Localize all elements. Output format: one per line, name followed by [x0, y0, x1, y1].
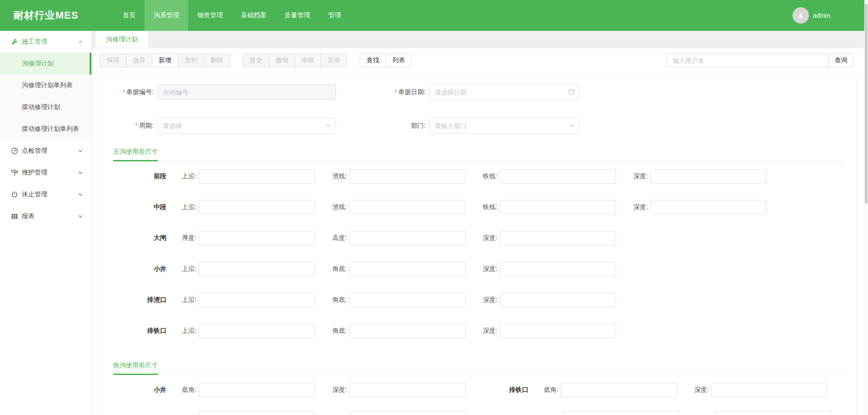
dimension-input[interactable]	[500, 231, 616, 245]
field-label: 底角:	[166, 386, 196, 394]
dimension-input[interactable]	[561, 383, 677, 397]
dimension-row-gate: 大闸 厚度: 高度: 深度:	[101, 223, 856, 254]
search-input[interactable]	[667, 54, 828, 67]
row-label: 中段	[101, 203, 166, 211]
field-label: 深度:	[679, 386, 709, 394]
dimension-row-iron-small-well: 小井 底角: 深度: 排铁口 底角: 深度:	[101, 375, 856, 405]
sidebar-group-suspend[interactable]: 休止管理	[0, 184, 91, 205]
delete-button[interactable]: 删除	[204, 54, 230, 67]
dimension-input[interactable]	[349, 169, 466, 184]
doc-number-input[interactable]	[157, 84, 336, 100]
period-select-wrap	[157, 118, 336, 134]
department-label: 部门:	[336, 122, 426, 130]
department-select[interactable]	[429, 118, 579, 134]
row-label: 前段	[101, 172, 166, 180]
power-icon	[11, 191, 18, 198]
discard-button[interactable]: 放弃	[126, 54, 152, 67]
dimension-row-iron-outlet: 排铁口 上沿: 角底: 深度:	[101, 315, 856, 346]
dimension-input[interactable]	[349, 383, 466, 397]
submit-button[interactable]: 提交	[243, 54, 269, 67]
dimension-input[interactable]	[563, 411, 680, 415]
sidebar-group-label: 施工管理	[22, 38, 47, 46]
field-label: 上沿:	[166, 203, 196, 211]
sidebar-group-construction[interactable]: 施工管理	[0, 31, 91, 53]
dimension-input[interactable]	[349, 200, 466, 215]
doc-date-input[interactable]	[429, 84, 579, 100]
add-button[interactable]: 新增	[152, 54, 178, 67]
chevron-down-icon	[325, 122, 332, 129]
nav-item-archives[interactable]: 基础档案	[232, 0, 276, 31]
query-button[interactable]: 查询	[829, 54, 853, 67]
dimension-input[interactable]	[500, 293, 616, 307]
dimension-input[interactable]	[199, 200, 315, 215]
dimension-input[interactable]	[199, 262, 315, 276]
dimension-input[interactable]	[716, 411, 832, 415]
dimension-input[interactable]	[199, 411, 315, 415]
nav-item-home[interactable]: 首页	[114, 0, 145, 31]
field-label: 角底:	[317, 265, 347, 273]
field-label: 铁线:	[467, 172, 497, 180]
field-label: 深度:	[618, 203, 648, 211]
find-button[interactable]: 查找	[360, 54, 386, 67]
dimension-input[interactable]	[650, 169, 767, 184]
sidebar-item-gouxiu-plan-list[interactable]: 沟修理计划单列表	[0, 75, 91, 96]
scrollbar-thumb[interactable]	[865, 4, 868, 204]
sidebar-group-label: 维护管理	[22, 169, 47, 177]
row-label: 排铁口	[101, 327, 166, 335]
nav-item-admin[interactable]: 管理	[319, 0, 350, 31]
nav-item-quality[interactable]: 质量管理	[276, 0, 319, 31]
period-select[interactable]	[157, 118, 336, 134]
app-logo: 耐材行业MES	[0, 0, 92, 31]
dimension-input[interactable]	[500, 262, 616, 276]
field-label: 渣线:	[317, 203, 347, 211]
user-menu[interactable]: admin	[793, 0, 830, 31]
sidebar-item-swing-plan[interactable]: 摆动修理计划	[0, 96, 91, 118]
nav-item-gouxi[interactable]: 沟系管理	[145, 0, 188, 31]
dimension-input[interactable]	[650, 200, 767, 215]
row-label: 排渣口	[101, 296, 166, 304]
sidebar-group-inspection[interactable]: 点检管理	[0, 140, 91, 162]
chevron-down-icon	[78, 192, 83, 197]
dimension-input[interactable]	[199, 231, 315, 245]
form-row: *单据编号: *单据日期:	[101, 84, 856, 100]
chevron-down-icon	[78, 170, 83, 175]
tab-gouxiu-plan[interactable]: 沟修理计划	[95, 31, 148, 48]
sidebar-group-label: 点检管理	[22, 147, 47, 155]
sidebar-group-maintenance[interactable]: 维护管理	[0, 162, 91, 184]
sidebar-item-swing-plan-list[interactable]: 摆动修理计划单列表	[0, 118, 91, 140]
dimension-input[interactable]	[199, 383, 315, 397]
gauge-icon	[11, 147, 18, 155]
dimension-input[interactable]	[500, 200, 616, 215]
section-title: 铁沟使用前尺寸	[113, 361, 158, 375]
field-label: 上沿:	[166, 327, 196, 335]
field-label: 深度:	[618, 172, 648, 180]
button-group-view: 查找 列表	[360, 54, 412, 67]
page-scrollbar[interactable]	[864, 0, 868, 415]
copy-button[interactable]: 复制	[178, 54, 204, 67]
sidebar-group-reports[interactable]: 报表	[0, 205, 91, 227]
dimension-input[interactable]	[349, 324, 466, 338]
row-label: 小井	[101, 265, 166, 273]
audit-button[interactable]: 审核	[295, 54, 321, 67]
top-header: 耐材行业MES 首页 沟系管理 物资管理 基础档案 质量管理 管理 admin	[0, 0, 868, 31]
dimension-input[interactable]	[349, 231, 466, 245]
field-label: 上沿:	[166, 172, 196, 180]
unaudit-button[interactable]: 弃审	[321, 54, 347, 67]
dimension-input[interactable]	[199, 293, 315, 307]
save-button[interactable]: 保存	[100, 54, 126, 67]
search-area: 查询	[667, 54, 853, 67]
dimension-input[interactable]	[500, 324, 616, 338]
field-label: 上沿:	[166, 296, 196, 304]
required-mark: *	[135, 122, 138, 129]
nav-item-materials[interactable]: 物资管理	[188, 0, 232, 31]
revoke-button[interactable]: 撤销	[269, 54, 295, 67]
dimension-input[interactable]	[349, 262, 466, 276]
dimension-input[interactable]	[349, 411, 466, 415]
dimension-input[interactable]	[349, 293, 466, 307]
dimension-input[interactable]	[199, 324, 315, 338]
list-button[interactable]: 列表	[386, 54, 412, 67]
dimension-input[interactable]	[711, 383, 828, 397]
dimension-input[interactable]	[199, 169, 315, 184]
dimension-input[interactable]	[500, 169, 616, 184]
sidebar-item-gouxiu-plan[interactable]: 沟修理计划	[0, 53, 91, 75]
